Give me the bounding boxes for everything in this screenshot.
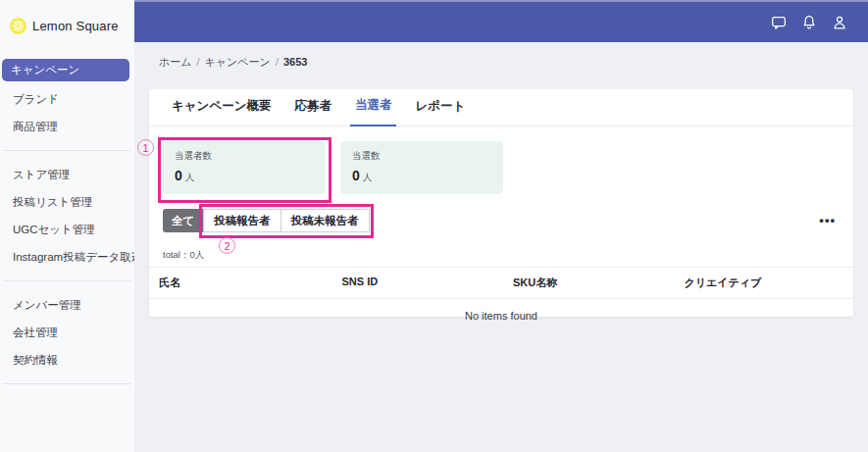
total-count-label: total：0人 [163,249,853,262]
sidebar-nav: キャンペーン ブランド 商品管理 ストア管理 投稿リスト管理 UGCセット管理 … [0,59,134,384]
sidebar-item-instagram-import[interactable]: Instagram投稿データ取込 [0,243,134,271]
breadcrumb-home[interactable]: ホーム [159,56,192,68]
stat-unit: 人 [363,172,373,182]
sidebar-divider [3,280,131,281]
sidebar-divider [3,383,131,384]
user-icon[interactable] [831,14,848,31]
filter-unreported-button[interactable]: 投稿未報告者 [281,209,370,232]
stat-value: 0 [175,168,182,183]
filter-reported-button[interactable]: 投稿報告者 [203,209,281,232]
win-count-card: 当選数 0人 [340,141,503,194]
campaign-detail-panel: キャンペーン概要 応募者 当選者 レポート 1 当選者数 0人 当選数 [149,89,853,317]
topbar-icon-group [770,2,848,42]
sidebar-item-member-management[interactable]: メンバー管理 [0,291,134,319]
bell-icon[interactable] [800,14,818,31]
brand-logo[interactable]: Lemon Square [0,0,134,39]
sidebar-item-brand[interactable]: ブランド [0,85,134,113]
stat-label: 当選者数 [175,150,314,163]
tab-bar: キャンペーン概要 応募者 当選者 レポート [149,89,853,126]
filter-segment-group: 2 投稿報告者 投稿未報告者 [203,209,370,232]
sidebar-item-company-management[interactable]: 会社管理 [0,319,134,346]
sidebar-item-contract-info[interactable]: 契約情報 [0,346,134,374]
winners-table: 氏名 SNS ID SKU名称 クリエイティブ No items found [149,267,853,335]
sidebar-item-product-management[interactable]: 商品管理 [0,113,134,140]
column-header-sns-id: SNS ID [331,268,502,298]
tab-campaign-overview[interactable]: キャンペーン概要 [167,98,276,126]
breadcrumb-separator: / [276,56,279,68]
chat-icon[interactable] [770,14,788,31]
stat-value: 0 [352,168,360,183]
sidebar-item-post-list-management[interactable]: 投稿リスト管理 [0,188,134,216]
table-header-row: 氏名 SNS ID SKU名称 クリエイティブ [149,267,853,299]
winner-count-card-wrapper: 1 当選者数 0人 [163,141,326,194]
table-empty-message: No items found [149,299,853,335]
column-header-sku-name: SKU名称 [501,268,673,298]
tab-report[interactable]: レポート [410,98,470,126]
stats-row: 1 当選者数 0人 当選数 0人 [149,126,853,194]
tab-winners[interactable]: 当選者 [350,97,397,126]
breadcrumb-campaign[interactable]: キャンペーン [205,56,271,68]
sidebar: Lemon Square キャンペーン ブランド 商品管理 ストア管理 投稿リス… [0,0,134,452]
annotation-number-1: 1 [137,139,154,156]
column-header-creative: クリエイティブ [673,268,844,298]
more-options-button[interactable]: ••• [819,216,836,226]
breadcrumb-current-id: 3653 [283,56,307,68]
stat-label: 当選数 [352,150,491,163]
brand-name: Lemon Square [32,19,119,33]
column-header-name: 氏名 [159,268,331,298]
app-window: Lemon Square キャンペーン ブランド 商品管理 ストア管理 投稿リス… [0,0,868,452]
win-count-card-wrapper: 当選数 0人 [340,141,503,194]
sidebar-item-ugc-set-management[interactable]: UGCセット管理 [0,216,134,243]
sidebar-item-store-management[interactable]: ストア管理 [0,161,134,188]
filter-row: 全て 2 投稿報告者 投稿未報告者 ••• [163,209,836,232]
stat-value-row: 0人 [352,167,491,184]
breadcrumb: ホーム/キャンペーン/3653 [159,55,307,70]
sidebar-divider [3,150,131,151]
tab-applicants[interactable]: 応募者 [289,98,336,126]
breadcrumb-separator: / [197,56,200,68]
filter-all-button[interactable]: 全て [163,209,203,232]
stat-unit: 人 [185,172,195,182]
stat-value-row: 0人 [175,167,314,184]
lemon-icon [9,17,27,35]
winner-count-card: 当選者数 0人 [163,141,326,194]
top-bar [134,0,868,42]
sidebar-item-campaign[interactable]: キャンペーン [2,59,129,81]
